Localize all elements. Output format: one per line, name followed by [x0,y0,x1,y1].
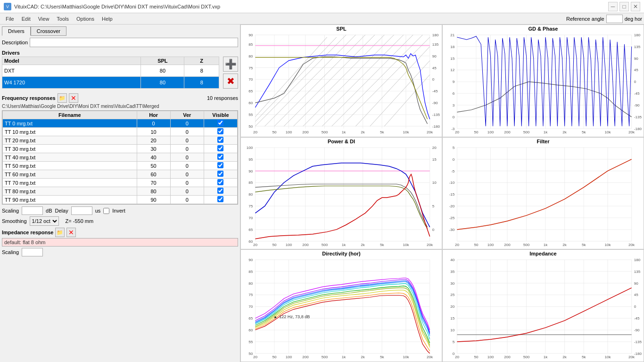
freq-filename: TT 50 mrg.txt [3,162,137,170]
svg-text:2k: 2k [361,130,365,134]
freq-visible-checkbox[interactable] [217,179,223,185]
svg-text:2k: 2k [361,355,365,359]
freq-ver: 0 [170,179,204,187]
freq-hor: 40 [137,153,170,162]
freq-visible[interactable] [204,119,237,128]
impedance-folder-icon[interactable]: 📁 [55,228,65,237]
freq-visible[interactable] [204,162,237,170]
freq-visible-checkbox[interactable] [217,154,223,160]
freq-row[interactable]: TT 20 mrg.txt 20 0 [3,136,238,145]
description-input[interactable] [30,38,238,47]
freq-visible-checkbox[interactable] [217,196,223,202]
impedance-scaling-input[interactable]: 1.00 [22,248,43,256]
freq-row[interactable]: TT 60 mrg.txt 60 0 [3,170,238,179]
freq-ver: 0 [170,162,204,170]
freq-visible-checkbox[interactable] [217,171,223,177]
freq-visible[interactable] [204,170,237,179]
impedance-scaling-row: Scaling 1.00 [2,248,238,256]
freq-visible-checkbox[interactable] [217,188,223,194]
scaling-input[interactable]: 0.0 [22,206,43,215]
delay-input[interactable]: -1600 [71,206,92,215]
freq-row[interactable]: TT 80 mrg.txt 80 0 [3,187,238,196]
freq-visible-checkbox[interactable] [217,120,223,126]
freq-visible-checkbox[interactable] [217,137,223,143]
impedance-delete-icon[interactable]: ✕ [66,228,76,237]
app-icon: V [4,3,11,10]
svg-text:-15: -15 [449,192,455,197]
freq-visible-checkbox[interactable] [217,162,223,168]
tab-drivers[interactable]: Drivers [2,26,31,36]
freq-row[interactable]: TT 50 mrg.txt 50 0 [3,162,238,170]
add-driver-button[interactable]: ➕ [223,57,238,72]
delete-driver-button[interactable]: ✖ [223,74,238,89]
freq-row[interactable]: TT 10 mrg.txt 10 0 [3,128,238,136]
menu-view[interactable]: View [34,15,53,23]
svg-text:65: 65 [248,89,253,93]
spl-chart-svg: 90 85 80 75 70 65 60 55 50 180 135 90 45… [241,33,442,136]
freq-visible[interactable] [204,128,237,136]
svg-text:20: 20 [253,130,258,134]
freq-ver: 0 [170,128,204,136]
impedance-title: Impedance response [2,230,53,235]
freq-row[interactable]: TT 30 mrg.txt 30 0 [3,145,238,153]
driver-row[interactable]: DXT 80 8 [2,65,219,77]
freq-visible[interactable] [204,153,237,162]
svg-text:10k: 10k [604,242,611,247]
gd-phase-chart: GD & Phase [442,25,644,137]
svg-text:100: 100 [487,242,494,247]
freq-row[interactable]: TT 70 mrg.txt 70 0 [3,179,238,187]
svg-text:75: 75 [248,204,253,208]
freq-visible[interactable] [204,136,237,145]
freq-row[interactable]: TT 40 mrg.txt 40 0 [3,153,238,162]
svg-text:500: 500 [322,242,328,247]
menu-help[interactable]: Help [98,15,116,23]
close-button[interactable]: ✕ [631,2,640,11]
freq-ver: 0 [170,136,204,145]
svg-text:2k: 2k [562,130,567,134]
minimize-button[interactable]: ─ [608,2,618,11]
freq-col-hor: Hor [137,111,170,119]
freq-visible[interactable] [204,196,237,204]
freq-delete-icon[interactable]: ✕ [69,93,78,103]
freq-row[interactable]: TT 90 mrg.txt 90 0 [3,196,238,204]
smoothing-select[interactable]: 1/1 oct 1/2 oct 1/3 oct 1/6 oct 1/12 oct… [30,216,59,226]
menu-edit[interactable]: Edit [18,15,34,23]
freq-ver: 0 [170,187,204,196]
driver-row[interactable]: W4 1720 80 8 [2,77,219,89]
svg-text:-30: -30 [449,228,455,232]
svg-text:90: 90 [634,281,639,286]
maximize-button[interactable]: □ [619,2,629,11]
freq-folder-icon[interactable]: 📁 [58,93,67,103]
menu-tools[interactable]: Tools [53,15,73,23]
freq-visible[interactable] [204,187,237,196]
svg-line-57 [322,35,413,126]
invert-checkbox[interactable] [103,208,109,214]
svg-text:30: 30 [450,281,455,286]
gd-phase-svg: 21 18 15 12 9 6 3 0 -3 180 135 90 45 0 -… [443,33,644,136]
svg-text:10: 10 [432,181,437,185]
freq-ver: 0 [170,119,204,128]
freq-hor: 30 [137,145,170,153]
freq-visible-checkbox[interactable] [217,128,223,134]
svg-text:50: 50 [272,130,277,134]
svg-text:80: 80 [248,192,253,197]
freq-visible[interactable] [204,145,237,153]
svg-text:100: 100 [487,130,494,134]
freq-table-wrap[interactable]: Filename Hor Ver Visible TT 0 mrg.txt 0 … [2,110,238,205]
freq-row[interactable]: TT 0 mrg.txt 0 0 [3,119,238,128]
svg-text:200: 200 [504,130,511,134]
driver-col-z: Z [184,57,219,65]
svg-text:-10: -10 [449,181,455,185]
ref-angle-input[interactable]: 0 [606,15,623,23]
menu-file[interactable]: File [2,15,18,23]
description-row: Description [2,38,238,47]
power-di-chart: Power & DI [240,137,442,250]
directivity-chart-title: Directivity (hor) [241,250,442,257]
freq-visible[interactable] [204,179,237,187]
tab-crossover[interactable]: Crossover [31,26,66,36]
menu-options[interactable]: Options [73,15,98,23]
freq-visible-checkbox[interactable] [217,145,223,151]
svg-text:5k: 5k [582,130,586,134]
freq-responses-section: Frequency responses 📁 ✕ 10 responses C:\… [2,93,238,205]
impedance-scaling-label: Scaling [2,249,19,255]
